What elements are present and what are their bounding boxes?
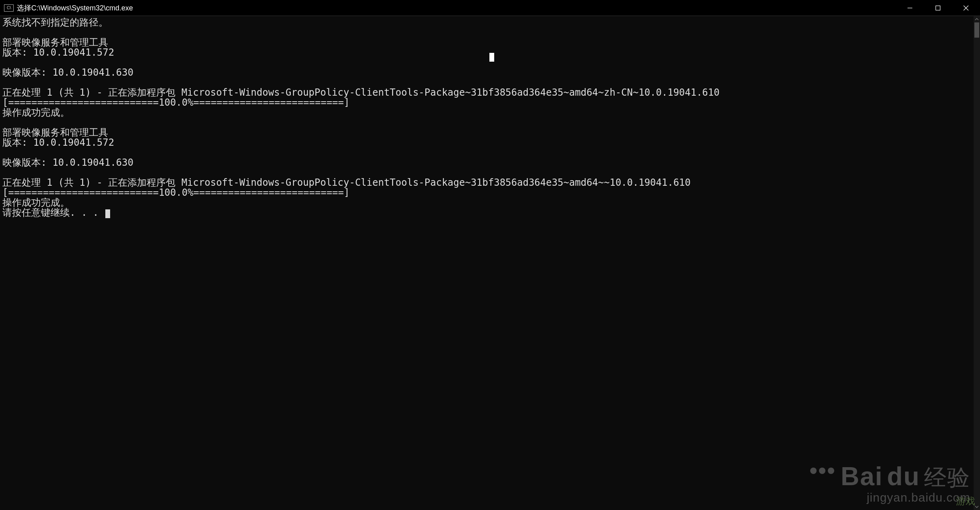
console-line: 操作成功完成。: [2, 198, 974, 208]
console-line: 版本: 10.0.19041.572: [2, 48, 974, 58]
scrollbar-thumb[interactable]: [974, 22, 979, 38]
console-line: 正在处理 1 (共 1) - 正在添加程序包 Microsoft-Windows…: [2, 88, 974, 98]
console-line: [2, 148, 974, 158]
minimize-icon: [907, 5, 913, 11]
console-output[interactable]: 系统找不到指定的路径。部署映像服务和管理工具版本: 10.0.19041.572…: [0, 16, 974, 510]
svg-rect-1: [936, 6, 940, 10]
console-line: [2, 78, 974, 88]
maximize-button[interactable]: [924, 0, 952, 16]
console-line: [2, 28, 974, 38]
chevron-down-icon: [975, 505, 979, 509]
console-line: [==========================100.0%=======…: [2, 98, 974, 108]
cmd-app-icon: C:\: [4, 4, 14, 12]
console-line: 部署映像服务和管理工具: [2, 128, 974, 138]
vertical-scrollbar[interactable]: [974, 16, 980, 510]
console-line: 部署映像服务和管理工具: [2, 38, 974, 48]
console-line: 正在处理 1 (共 1) - 正在添加程序包 Microsoft-Windows…: [2, 178, 974, 188]
console-line: 操作成功完成。: [2, 108, 974, 118]
close-icon: [963, 5, 969, 11]
console-prompt-line: 请按任意键继续. . .: [2, 208, 974, 218]
scrollbar-track[interactable]: [974, 22, 980, 504]
console-line: 映像版本: 10.0.19041.630: [2, 68, 974, 78]
console-line: 版本: 10.0.19041.572: [2, 138, 974, 148]
console-line: 系统找不到指定的路径。: [2, 18, 974, 28]
console-area[interactable]: 系统找不到指定的路径。部署映像服务和管理工具版本: 10.0.19041.572…: [0, 16, 980, 510]
selection-cursor-block: [489, 53, 494, 62]
console-line: [2, 118, 974, 128]
console-line: 映像版本: 10.0.19041.630: [2, 158, 974, 168]
console-line: [2, 58, 974, 68]
maximize-icon: [935, 5, 941, 11]
window-controls: [896, 0, 980, 16]
close-button[interactable]: [952, 0, 980, 16]
titlebar[interactable]: C:\ 选择C:\Windows\System32\cmd.exe: [0, 0, 980, 16]
cmd-window: C:\ 选择C:\Windows\System32\cmd.exe 系统找不到指…: [0, 0, 980, 510]
cursor-block: [105, 209, 110, 218]
cmd-app-icon-label: C:\: [7, 6, 11, 10]
minimize-button[interactable]: [896, 0, 924, 16]
console-line: [==========================100.0%=======…: [2, 188, 974, 198]
console-line: [2, 168, 974, 178]
window-title: 选择C:\Windows\System32\cmd.exe: [17, 3, 133, 13]
scroll-down-button[interactable]: [974, 504, 980, 510]
scroll-up-button[interactable]: [974, 16, 980, 22]
chevron-up-icon: [975, 17, 979, 21]
